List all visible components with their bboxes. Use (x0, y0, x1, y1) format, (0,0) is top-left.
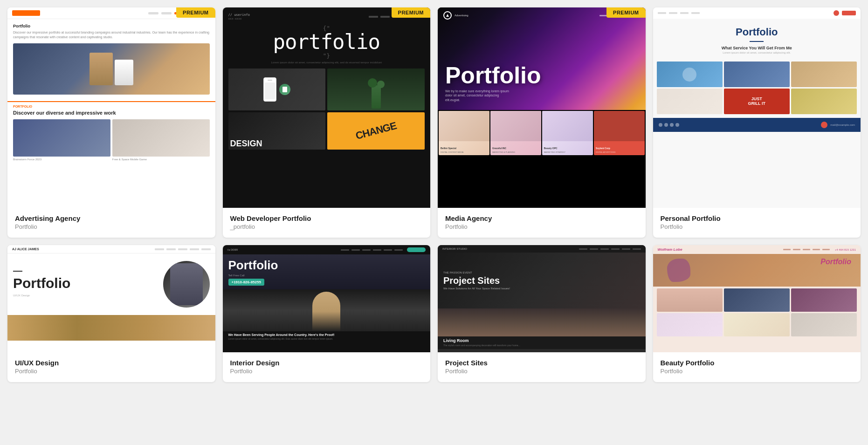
card6-subtitle: Portfolio (230, 368, 423, 375)
card-interior-design[interactable]: i'a D00R Portfolio Tell Free Call +1910-… (223, 245, 431, 382)
card8-nav-link-2 (793, 249, 800, 250)
card4-item-3 (791, 62, 857, 87)
card4-grid-bottom: JUSTGRILL IT (653, 89, 861, 114)
card-personal-portfolio[interactable]: Portfolio What Service You Will Get From… (653, 7, 861, 238)
card4-social-dots (659, 123, 679, 127)
card4-portfolio-title: Portfolio (659, 26, 855, 38)
card6-nav-link-5 (384, 249, 392, 251)
card6-logo-text: i'a D00R (227, 248, 238, 251)
card6-person-section (223, 289, 431, 331)
card3-grid-item-3: Beauty OPC MARKETING STRATEGY (542, 111, 593, 155)
card1-bottom-images (13, 119, 210, 157)
card5-portfolio-title: Portfolio (13, 275, 159, 291)
card6-nav-link-2 (351, 249, 360, 251)
card3-grid-item-4: Soylent Corp DIGITAL ADVERTISING (594, 111, 645, 155)
portfolio-grid: PREMIUM Portfolio Discover our impressiv… (7, 7, 861, 382)
card1-subtitle: Portfolio (15, 223, 208, 230)
card1-portfolio-tag: PORTFOLIO (13, 105, 210, 108)
card8-nav-link-5 (822, 249, 830, 250)
card4-hero: Portfolio What Service You Will Get From… (653, 19, 861, 62)
card7-title: Project Sites (445, 359, 638, 367)
card6-title: Interior Design (230, 359, 423, 367)
card4-service-text: Lorem ipsum dolor sit amet, consectetur … (659, 51, 855, 54)
card4-item-2 (724, 62, 790, 87)
card-advertising-agency[interactable]: PREMIUM Portfolio Discover our impressiv… (7, 7, 215, 238)
card7-info: Project Sites Portfolio (438, 352, 646, 382)
card6-nav-link-6 (394, 249, 403, 251)
card3-hero-desc: We try to make sure everything lorem ips… (445, 89, 510, 103)
card-beauty-portfolio[interactable]: Wolfram Lobe +4 464 815 1231 Portfolio (653, 245, 861, 382)
card1-info: Advertising Agency Portfolio (7, 208, 215, 238)
card5-bottom-strip (7, 315, 215, 341)
card2-grid (228, 68, 425, 110)
card3-title: Media Agency (445, 214, 638, 222)
card1-bottom-labels: Brainstorm Force 2023 Free & Space Mobil… (13, 157, 210, 161)
card4-social-dot-4 (675, 123, 679, 127)
card8-item-1 (657, 288, 723, 312)
card4-divider (750, 41, 764, 42)
card6-preview: i'a D00R Portfolio Tell Free Call +1910-… (223, 245, 431, 352)
card7-hero: THE PASSION EVENT Project Sites We Have … (438, 253, 646, 308)
card6-helping-title: We Have Been Serving People Around the C… (228, 333, 425, 336)
card3-label-3: Beauty OPC (544, 147, 558, 150)
card1-logo-icon (12, 10, 40, 16)
card1-title: Advertising Agency (15, 214, 208, 222)
card5-subtitle: Portfolio (15, 368, 208, 375)
card4-footer-dot (821, 122, 827, 128)
card8-portfolio-title-overlay: Portfolio (820, 258, 851, 266)
card6-nav-link-4 (373, 249, 381, 251)
card6-helping-sub: Lorem ipsum dolor sit amet, consectetur … (228, 337, 425, 341)
card7-living-title: Living Room (443, 338, 640, 343)
card8-nav-link-3 (803, 249, 810, 250)
card6-portfolio-title: Portfolio (228, 258, 425, 273)
card5-nav-links (155, 248, 211, 250)
card3-subtitle: Portfolio (445, 223, 638, 230)
card-project-sites[interactable]: INTERIOR STUDIO THE PASSION EVENT Projec… (438, 245, 646, 382)
card-media-agency[interactable]: PREMIUM Advertising Portfolio (438, 7, 646, 238)
card2-item-phone (228, 68, 326, 110)
card4-social-dot-2 (664, 123, 668, 127)
card6-contact-btn (407, 247, 426, 252)
card5-circle-img (163, 261, 210, 308)
card7-nav-link-4 (611, 248, 620, 250)
card3-logo-mark (443, 11, 452, 20)
card1-bottom-img-1 (13, 119, 110, 157)
card7-nav: INTERIOR STUDIO (438, 245, 646, 253)
card8-blob (667, 259, 690, 282)
card8-item-5 (724, 313, 790, 336)
card4-item-4 (657, 89, 723, 114)
card8-nav-link-4 (813, 249, 820, 250)
card3-info: Media Agency Portfolio (438, 208, 646, 238)
card8-grid-top (653, 288, 861, 312)
card4-item-1 (657, 62, 723, 87)
card4-footer-email: mail@example.com (830, 123, 855, 126)
card1-main-image (13, 43, 210, 95)
card5-logo: AJ ALICE JAMES (12, 247, 39, 251)
card4-social-dot-3 (670, 123, 674, 127)
card2-nav-link-2 (380, 16, 390, 18)
card2-nav-link-1 (369, 16, 378, 18)
card7-preview: INTERIOR STUDIO THE PASSION EVENT Projec… (438, 245, 646, 352)
card3-grid: Bellini Special DIGITAL CONTENT MEDIA Gr… (438, 110, 646, 156)
card4-social-dot-1 (659, 123, 662, 127)
card-uiux-design[interactable]: AJ ALICE JAMES Portfolio UI/UX Design (7, 245, 215, 382)
card1-hero: Portfolio Discover our impressive portfo… (7, 19, 215, 101)
premium-badge-2: PREMIUM (392, 7, 430, 18)
card4-grid-top (653, 62, 861, 87)
card6-phone-text: +1910-826-85255 (232, 280, 261, 284)
card6-nav-link-1 (341, 249, 349, 251)
card-web-developer[interactable]: PREMIUM // userinfo xxx-xxxx {" portfoli… (223, 7, 431, 238)
card1-bottom-img-2 (112, 119, 210, 157)
card7-living-section: Living Room The stylish room and accompa… (438, 336, 646, 349)
card8-hero-bg: Portfolio (653, 254, 861, 287)
card3-preview: Advertising Portfolio We try to make sur… (438, 7, 646, 208)
card4-nav-link-1 (658, 12, 666, 14)
card7-nav-links (579, 248, 641, 250)
card8-item-4 (657, 313, 723, 336)
card3-hero: Advertising Portfolio We try to make sur… (438, 7, 646, 110)
card3-grid-item-1: Bellini Special DIGITAL CONTENT MEDIA (439, 111, 489, 155)
card8-subtitle: Portfolio (661, 368, 854, 375)
card4-nav-link-4 (691, 12, 700, 14)
card3-sublabel-1: DIGITAL CONTENT MEDIA (441, 151, 463, 153)
card2-info: Web Developer Portfolio _portfolio (223, 208, 431, 238)
